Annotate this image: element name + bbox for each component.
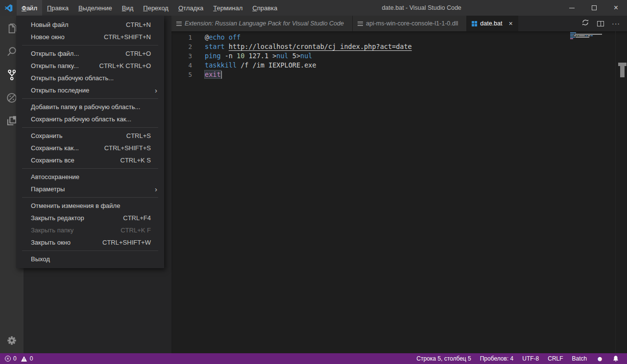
line-number: 2 xyxy=(171,42,192,51)
settings-gear-icon[interactable] xyxy=(5,334,19,347)
tab-date-bat[interactable]: date.bat × xyxy=(467,16,518,31)
menu-item-close-editor[interactable]: Закрыть редакторCTRL+F4 xyxy=(16,212,164,224)
code-token: 10 xyxy=(237,52,244,60)
code-token: /f /im IEXPLORE.exe xyxy=(237,61,316,69)
menubar-item-edit[interactable]: Правка xyxy=(42,0,73,16)
menu-separator xyxy=(22,98,158,99)
line-number: 1 xyxy=(171,33,192,42)
encoding-status[interactable]: UTF-8 xyxy=(518,355,543,362)
code-line: 5 exit xyxy=(171,70,627,79)
menubar-item-help[interactable]: Справка xyxy=(247,0,282,16)
menu-item-exit[interactable]: Выход xyxy=(16,253,164,265)
overview-ruler xyxy=(615,31,616,353)
scrollbar-handle[interactable] xyxy=(620,66,625,77)
code-line: 2 start http://localhost/crontab/cj_inde… xyxy=(171,42,627,51)
submenu-chevron-icon: › xyxy=(155,186,157,192)
menu-item-save-workspace-as[interactable]: Сохранить рабочую область как... xyxy=(16,113,164,125)
feedback-smiley-icon[interactable]: ☻ xyxy=(591,355,608,362)
code-token: off xyxy=(229,33,241,41)
title-bar: Файл Правка Выделение Вид Переход Отладк… xyxy=(0,0,627,16)
menu-item-revert-file[interactable]: Отменить изменения в файле xyxy=(16,200,164,212)
warnings-icon: ! xyxy=(21,356,27,362)
maximize-button[interactable] xyxy=(583,0,605,16)
code-line: 4 taskkill /f /im IEXPLORE.exe xyxy=(171,61,627,70)
line-number: 3 xyxy=(171,51,192,61)
menubar-item-selection[interactable]: Выделение xyxy=(73,0,117,16)
close-window-button[interactable]: × xyxy=(605,0,627,16)
code-token xyxy=(225,33,229,41)
cursor-position-status[interactable]: Строка 5, столбец 5 xyxy=(412,355,475,362)
menu-item-preferences[interactable]: Параметры› xyxy=(16,183,164,195)
menu-item-open-file[interactable]: Открыть файл...CTRL+O xyxy=(16,47,164,60)
submenu-chevron-icon: › xyxy=(155,87,157,93)
menu-item-new-file[interactable]: Новый файлCTRL+N xyxy=(16,19,164,31)
code-token: -n xyxy=(221,52,237,60)
menu-item-auto-save[interactable]: Автосохранение xyxy=(16,171,164,183)
text-cursor xyxy=(221,71,222,79)
minimap[interactable] xyxy=(570,32,617,40)
problems-status[interactable]: × 0 ! 0 xyxy=(0,355,33,362)
menu-item-save[interactable]: СохранитьCTRL+S xyxy=(16,130,164,142)
menubar-item-terminal[interactable]: Терминал xyxy=(208,0,247,16)
menu-separator xyxy=(22,168,158,169)
more-actions-icon[interactable]: ··· xyxy=(612,21,620,26)
minimize-button[interactable] xyxy=(561,0,583,16)
code-token: ping xyxy=(205,52,221,60)
maximize-icon xyxy=(592,5,597,10)
file-list-icon xyxy=(358,22,363,26)
file-list-icon xyxy=(176,22,182,26)
code-token: nul xyxy=(276,52,288,60)
code-token xyxy=(225,43,229,50)
editor-group: Extension: Russian Language Pack for Vis… xyxy=(171,16,627,353)
close-icon: × xyxy=(614,4,618,12)
menu-item-open-folder[interactable]: Открыть папку...CTRL+K CTRL+O xyxy=(16,60,164,72)
vscode-window: Файл Правка Выделение Вид Переход Отладк… xyxy=(0,0,627,364)
status-bar-right: Строка 5, столбец 5 Пробелов: 4 UTF-8 CR… xyxy=(412,355,627,362)
batch-file-icon xyxy=(472,21,477,26)
window-controls: × xyxy=(561,0,627,16)
menu-item-open-recent[interactable]: Открыть последние› xyxy=(16,84,164,96)
sync-icon[interactable] xyxy=(581,19,589,28)
menu-item-open-workspace[interactable]: Открыть рабочую область... xyxy=(16,72,164,84)
code-line: 3 ping -n 10 127.1 >nul 5>nul xyxy=(171,51,627,61)
window-title: date.bat - Visual Studio Code xyxy=(282,4,561,11)
line-number: 4 xyxy=(171,61,192,70)
code-token: taskkill xyxy=(205,61,237,69)
menu-item-new-window[interactable]: Новое окноCTRL+SHIFT+N xyxy=(16,31,164,43)
errors-count: 0 xyxy=(13,355,17,362)
close-tab-icon[interactable]: × xyxy=(508,20,512,27)
code-token-url[interactable]: http://localhost/crontab/cj_index.php?ac… xyxy=(229,43,412,50)
code-line: 1 @echo off xyxy=(171,33,627,42)
menu-item-add-folder-to-workspace[interactable]: Добавить папку в рабочую область... xyxy=(16,101,164,113)
eol-status[interactable]: CRLF xyxy=(543,355,567,362)
tab-extension-russian-language-pack[interactable]: Extension: Russian Language Pack for Vis… xyxy=(171,16,353,31)
menubar-item-file[interactable]: Файл xyxy=(17,0,42,16)
menubar-item-debug[interactable]: Отладка xyxy=(173,0,208,16)
tab-api-ms-win-core-console[interactable]: api-ms-win-core-console-l1-1-0.dll xyxy=(353,16,467,31)
code-token: echo xyxy=(209,33,225,41)
code-token: @ xyxy=(205,33,209,41)
indentation-status[interactable]: Пробелов: 4 xyxy=(476,355,518,362)
code-token: 5> xyxy=(289,52,300,60)
notifications-bell-icon[interactable] xyxy=(608,355,623,362)
language-mode-status[interactable]: Batch xyxy=(568,355,592,362)
warnings-count: 0 xyxy=(30,355,33,362)
code-editor[interactable]: 1 @echo off 2 start http://localhost/cro… xyxy=(171,31,627,353)
menu-separator xyxy=(22,127,158,128)
menu-separator xyxy=(22,197,158,198)
split-editor-icon[interactable] xyxy=(597,21,604,26)
scrollbar-cursor-marker[interactable] xyxy=(618,63,627,66)
menubar-item-view[interactable]: Вид xyxy=(117,0,139,16)
code-token: nul xyxy=(300,52,312,60)
errors-icon: × xyxy=(5,356,11,362)
vscode-logo-icon xyxy=(4,4,13,12)
code-token: 127.1 > xyxy=(244,52,276,60)
editor-actions: ··· xyxy=(575,16,627,31)
menu-separator xyxy=(22,250,158,251)
menu-bar: Файл Правка Выделение Вид Переход Отладк… xyxy=(17,0,282,16)
tab-bar: Extension: Russian Language Pack for Vis… xyxy=(171,16,627,31)
menu-item-save-as[interactable]: Сохранить как...CTRL+SHIFT+S xyxy=(16,142,164,154)
menu-item-save-all[interactable]: Сохранить всеCTRL+K S xyxy=(16,154,164,166)
menubar-item-go[interactable]: Переход xyxy=(138,0,173,16)
menu-item-close-window[interactable]: Закрыть окноCTRL+SHIFT+W xyxy=(16,236,164,249)
